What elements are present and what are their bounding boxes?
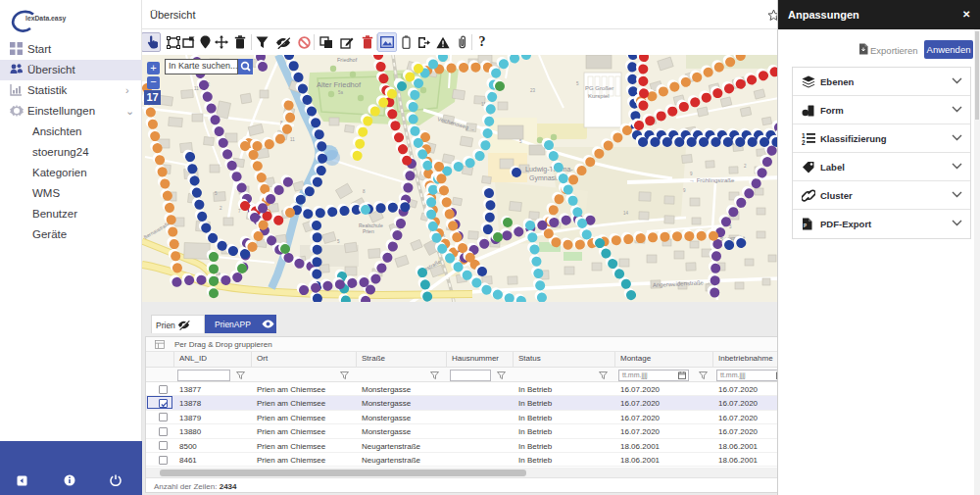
- svg-text:PG Großer: PG Großer: [585, 85, 613, 91]
- svg-text:P: P: [804, 223, 807, 228]
- svg-text:Prien: Prien: [363, 228, 374, 234]
- svg-text:5a: 5a: [338, 90, 344, 95]
- svg-text:Alter Friedhof: Alter Friedhof: [317, 80, 362, 89]
- svg-text:2: 2: [802, 139, 806, 146]
- svg-text:23: 23: [530, 88, 536, 93]
- svg-text:Friedhof: Friedhof: [337, 57, 358, 63]
- svg-text:Ludwig-Thoma-: Ludwig-Thoma-: [525, 166, 573, 173]
- svg-text:14: 14: [623, 211, 629, 216]
- svg-text:→ Frühlingstraße: → Frühlingstraße: [689, 177, 735, 183]
- svg-text:lexData.easy: lexData.easy: [25, 15, 66, 23]
- svg-text:Kurspiel: Kurspiel: [588, 93, 610, 99]
- svg-text:11: 11: [290, 137, 295, 142]
- svg-text:11: 11: [194, 86, 199, 91]
